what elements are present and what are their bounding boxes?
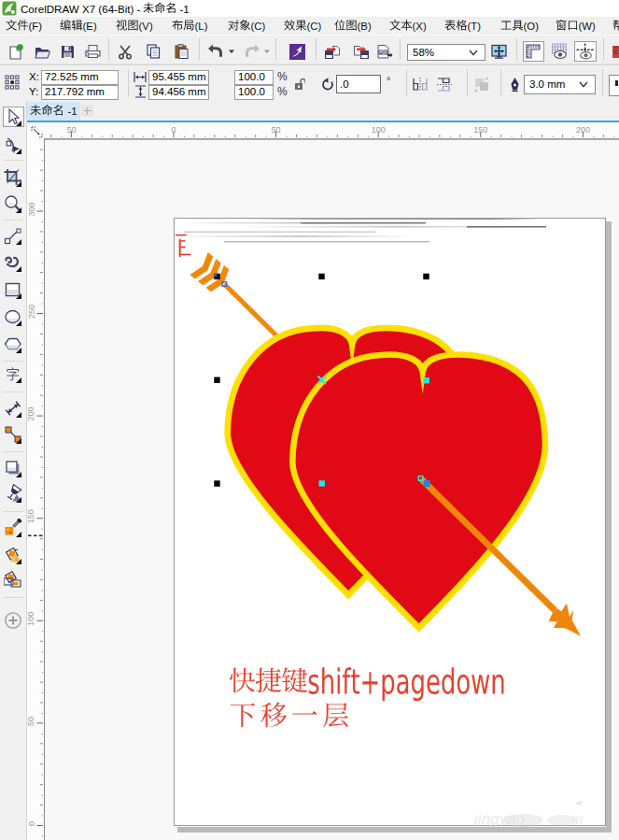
svg-text:m: m — [571, 811, 584, 827]
